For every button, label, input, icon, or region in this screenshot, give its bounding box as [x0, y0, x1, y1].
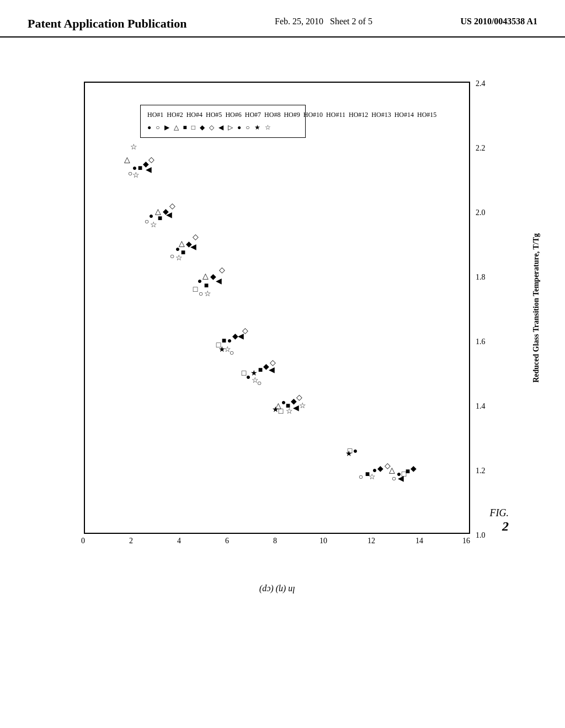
legend-symbols-row: ● ○ ▶ △ ■ □ ◆ ◇ ◀ ▷ ● ○ ★ ☆ [147, 122, 299, 133]
y-tick-1.2: 1.2 [476, 467, 486, 475]
legend-sym-9: ◀ [218, 122, 223, 133]
legend-sym-6: □ [191, 122, 195, 133]
x-tick-2: 2 [129, 537, 133, 545]
legend-sym-8: ◇ [209, 122, 214, 133]
publication-number: US 2010/0043538 A1 [460, 17, 537, 26]
publication-title: Patent Application Publication [28, 17, 186, 31]
legend-label-7: HO#8 [264, 110, 280, 120]
x-axis-label-text: ln (η) (cp) [259, 585, 295, 595]
x-tick-10: 10 [319, 537, 327, 545]
x-tick-16: 16 [462, 537, 470, 545]
dp-9: ● [353, 447, 358, 455]
dp-58: ○ [170, 253, 174, 260]
dp-13: ◆ [377, 465, 383, 473]
dp-66: ○ [145, 218, 149, 226]
dp-25: ◀ [293, 404, 299, 412]
dp-33: ○ [257, 379, 262, 387]
legend-sym-4: △ [174, 122, 179, 133]
legend-label-8: HO#9 [284, 110, 300, 120]
dp-45: △ [202, 272, 209, 280]
dp-55: ● [175, 245, 180, 253]
x-axis-label: ln (η) (cp) [84, 585, 470, 595]
sheet-info: Sheet 2 of 5 [330, 17, 372, 26]
dp-15: ☆ [369, 473, 376, 481]
legend-label-14: HO#15 [417, 110, 436, 120]
dp-68: ◇ [169, 202, 175, 210]
y-axis-right-label: Reduced Glass Transition Temperature, T/… [525, 82, 547, 534]
dp-67: ☆ [150, 221, 157, 229]
y-tick-1.0: 1.0 [476, 531, 486, 540]
legend-sym-5: ■ [183, 122, 187, 133]
dp-37: ■ [222, 337, 226, 345]
dp-4: ○ [392, 475, 396, 483]
dp-46: ● [198, 277, 202, 285]
dp-64: ■ [158, 215, 162, 222]
y-tick-1.6: 1.6 [476, 338, 486, 346]
legend-label-1: HO#1 [147, 110, 163, 120]
dp-23: ◇ [296, 394, 302, 402]
dp-7: ◀ [398, 475, 404, 483]
x-tick-4: 4 [177, 537, 181, 545]
legend-label-11: HO#12 [349, 110, 368, 120]
pub-date: Feb. 25, 2010 [275, 17, 323, 26]
legend-label-4: HO#5 [206, 110, 222, 120]
dp-59: ☆ [175, 254, 183, 262]
legend-label-12: HO#13 [371, 110, 391, 120]
y-tick-1.4: 1.4 [476, 402, 486, 411]
legend-sym-7: ◆ [200, 122, 205, 133]
dp-51: ☆ [204, 290, 211, 298]
x-tick-14: 14 [415, 537, 423, 545]
publication-date-sheet: Feb. 25, 2010 Sheet 2 of 5 [275, 17, 372, 26]
legend-sym-13: ★ [254, 122, 260, 133]
legend-sym-3: ▶ [164, 122, 169, 133]
dp-30: ■ [258, 366, 263, 374]
dp-22: □ [279, 408, 283, 415]
dp-24: ☆ [286, 408, 293, 415]
legend-label-10: HO#11 [326, 110, 345, 120]
x-tick-6: 6 [225, 537, 229, 545]
dp-36: ● [227, 337, 232, 345]
dp-63: ● [149, 212, 153, 220]
legend-sym-11: ● [237, 122, 241, 133]
dp-29: □ [242, 370, 246, 377]
dp-50: ○ [199, 290, 203, 298]
dp-61: ◀ [190, 243, 196, 251]
dp-21: ★ [272, 406, 279, 414]
x-tick-0: 0 [81, 537, 85, 545]
chart-area: HO#1 HO#2 HO#4 HO#5 HO#6 HO#7 HO#8 HO#9 … [40, 71, 525, 600]
legend-sym-1: ● [147, 122, 151, 133]
y-tick-2.4: 2.4 [476, 79, 486, 88]
legend-label-9: HO#10 [303, 110, 323, 120]
dp-35: ◀ [269, 366, 275, 374]
legend-label-3: HO#4 [186, 110, 202, 120]
legend-label-5: HO#6 [225, 110, 241, 120]
dp-26: ☆ [299, 402, 306, 410]
legend-label-13: HO#14 [395, 110, 414, 120]
x-tick-8: 8 [273, 537, 277, 545]
legend-box: HO#1 HO#2 HO#4 HO#5 HO#6 HO#7 HO#8 HO#9 … [140, 105, 306, 138]
legend-labels-row: HO#1 HO#2 HO#4 HO#5 HO#6 HO#7 HO#8 HO#9 … [147, 110, 299, 120]
dp-60: ◇ [193, 233, 199, 241]
legend-sym-2: ○ [156, 122, 159, 133]
figure-label: FIG. 2 [490, 507, 509, 534]
dp-42: ○ [230, 349, 234, 357]
dp-5: ■ [406, 468, 410, 475]
dp-49: □ [193, 286, 198, 293]
dp-52: ◇ [219, 266, 225, 274]
y-tick-2.2: 2.2 [476, 144, 486, 153]
dp-75: ☆ [132, 172, 140, 179]
legend-sym-12: ○ [246, 122, 249, 133]
legend-sym-10: ▷ [228, 122, 233, 133]
dp-28: ● [246, 373, 250, 381]
dp-16: ◇ [385, 462, 391, 470]
dp-69: ◀ [166, 211, 172, 219]
dp-6: ◆ [411, 465, 417, 473]
y-tick-1.8: 1.8 [476, 273, 486, 282]
dp-70: ☆ [130, 143, 137, 151]
dp-47: ■ [204, 282, 209, 290]
dp-10: □ [348, 447, 352, 455]
chart-box: HO#1 HO#2 HO#4 HO#5 HO#6 HO#7 HO#8 HO#9 … [84, 82, 470, 534]
page-header: Patent Application Publication Feb. 25, … [0, 0, 565, 38]
dp-71: △ [124, 156, 130, 164]
legend-sym-14: ☆ [265, 122, 271, 133]
